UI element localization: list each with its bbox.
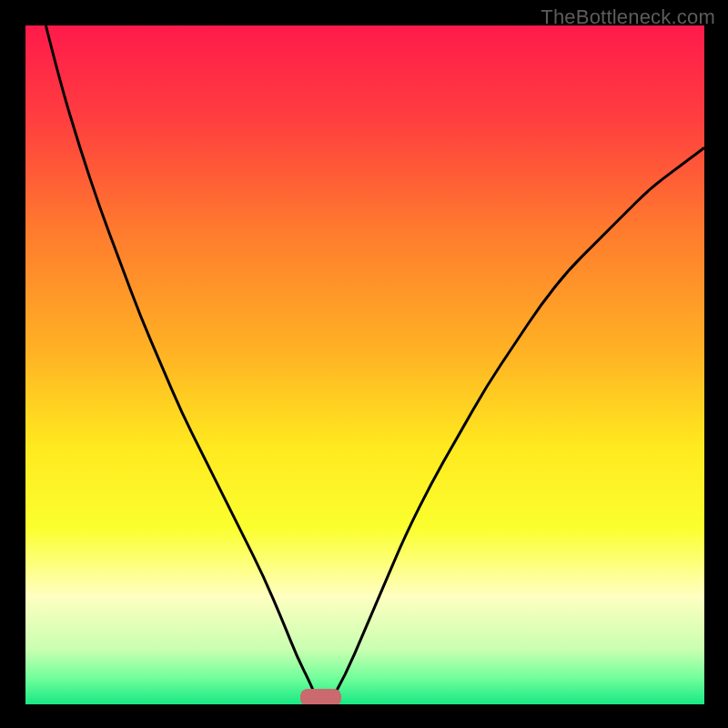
curve-left-curve [46, 25, 317, 701]
chart-frame: TheBottleneck.com [0, 0, 728, 728]
watermark-text: TheBottleneck.com [541, 5, 715, 29]
plot-area [25, 25, 704, 704]
curve-right-curve [331, 147, 704, 701]
bottleneck-marker [300, 689, 341, 704]
curve-layer [25, 25, 704, 704]
